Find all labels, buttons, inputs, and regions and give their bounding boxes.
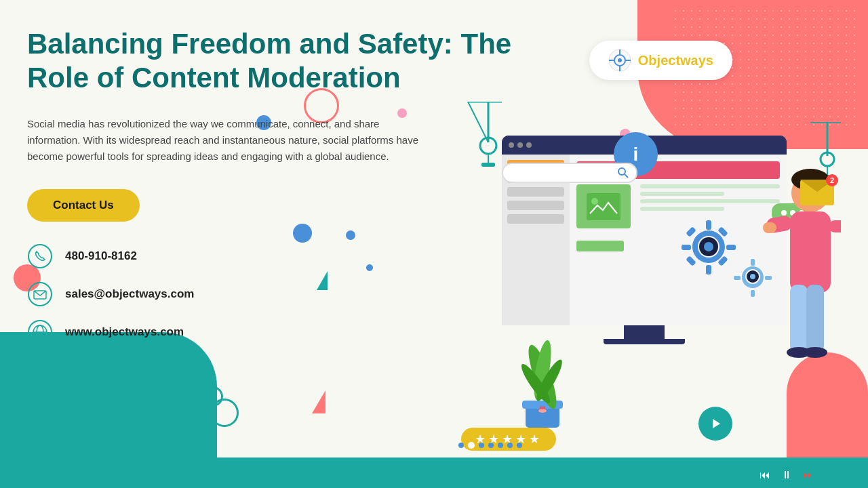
svg-point-2 <box>618 58 622 62</box>
prog-dot-6 <box>507 443 513 448</box>
svg-point-43 <box>618 168 625 175</box>
website-url: www.objectways.com <box>65 325 184 339</box>
phone-item: 480-910-8162 <box>27 243 841 269</box>
skip-back-icon[interactable]: ⏮ <box>760 469 770 481</box>
svg-rect-58 <box>790 285 808 352</box>
progress-dots <box>458 442 522 449</box>
prog-dot-7 <box>517 443 522 448</box>
website-item: www.objectways.com <box>27 319 841 345</box>
svg-rect-54 <box>790 211 831 293</box>
email-item: sales@objectways.com <box>27 281 841 307</box>
pause-icon[interactable]: ⏸ <box>781 469 792 481</box>
phone-number: 480-910-8162 <box>65 249 137 263</box>
svg-point-8 <box>28 283 52 306</box>
page-title: Balancing Freedom and Safety: The Role o… <box>27 27 515 96</box>
logo-pill: Objectways <box>589 41 732 80</box>
email-address: sales@objectways.com <box>65 287 194 301</box>
svg-rect-56 <box>763 222 776 233</box>
prog-dot-2 <box>468 442 475 449</box>
email-icon <box>27 281 53 307</box>
svg-marker-62 <box>713 419 720 428</box>
logo-text: Objectways <box>638 53 713 68</box>
search-bar-illustration <box>502 163 637 183</box>
svg-line-44 <box>625 174 628 178</box>
website-icon <box>27 319 53 345</box>
prog-dot-4 <box>488 443 494 448</box>
svg-rect-57 <box>829 220 841 232</box>
bottom-controls: ⏮ ⏸ ⏭ <box>760 469 814 481</box>
envelope-badge: 2 <box>826 174 838 186</box>
description-text: Social media has revolutionized the way … <box>27 116 420 165</box>
phone-icon <box>27 243 53 269</box>
prog-dot-5 <box>498 443 503 448</box>
contact-info-list: 480-910-8162 sales@objectways.com <box>27 243 841 345</box>
prog-dot-1 <box>458 443 464 448</box>
envelope: 2 <box>800 180 834 205</box>
main-content: Balancing Freedom and Safety: The Role o… <box>0 0 868 488</box>
prog-dot-3 <box>479 443 484 448</box>
svg-rect-59 <box>806 285 824 352</box>
play-button[interactable] <box>698 407 732 441</box>
contact-us-button[interactable]: Contact Us <box>27 189 140 222</box>
svg-point-61 <box>803 347 827 358</box>
logo-icon <box>608 49 631 72</box>
skip-forward-icon[interactable]: ⏭ <box>803 469 814 481</box>
deco-circle-outline-bottom <box>210 399 239 427</box>
